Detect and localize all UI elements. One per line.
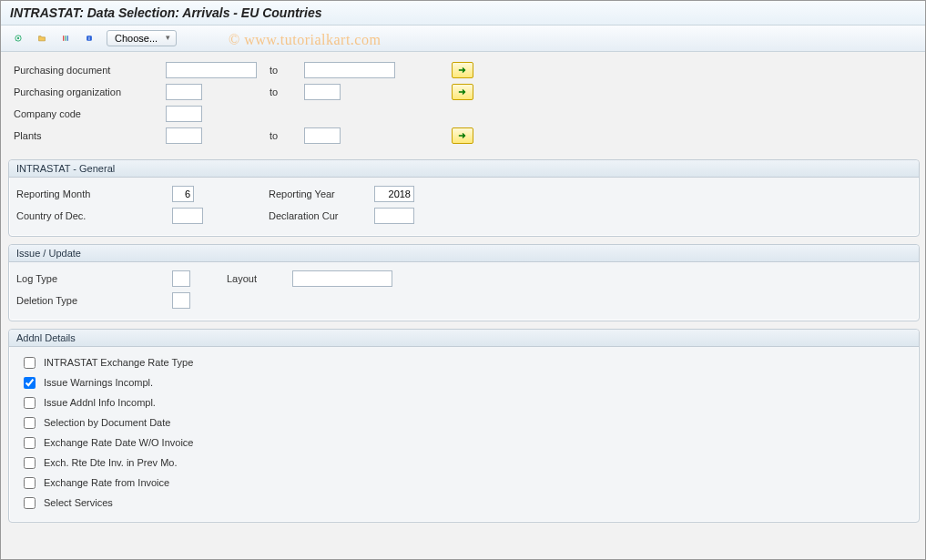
checkbox-label: Exchange Rate Date W/O Invoice: [44, 437, 193, 448]
country-dec-input[interactable]: [172, 208, 203, 224]
row-deletion: Deletion Type: [16, 290, 911, 311]
checkbox-row: Select Services: [16, 493, 911, 513]
get-variant-button[interactable]: [32, 29, 52, 47]
to-label: to: [262, 65, 299, 76]
panel-header-general: INTRASTAT - General: [9, 160, 919, 178]
label-purchasing-org: Purchasing organization: [10, 87, 160, 97]
checkbox-1[interactable]: [24, 377, 36, 389]
checkbox-label: Exchange Rate from Invoice: [44, 477, 169, 488]
label-layout: Layout: [214, 273, 287, 284]
row-purchasing-org: Purchasing organization to: [10, 81, 921, 103]
row-reporting: Reporting Month Reporting Year: [16, 183, 911, 205]
reporting-year-input[interactable]: [374, 186, 414, 202]
checkbox-row: Exch. Rte Dte Inv. in Prev Mo.: [16, 453, 911, 473]
label-country-dec: Country of Dec.: [16, 210, 167, 221]
sap-window: INTRASTAT: Data Selection: Arrivals - EU…: [0, 0, 926, 560]
row-log-layout: Log Type Layout: [16, 268, 911, 290]
reporting-month-input[interactable]: [172, 186, 194, 202]
label-decl-cur: Declaration Cur: [269, 210, 369, 221]
row-country-decl: Country of Dec. Declaration Cur: [16, 205, 911, 227]
content-area: Purchasing document to Purchasing organi…: [1, 52, 925, 530]
page-title: INTRASTAT: Data Selection: Arrivals - EU…: [10, 5, 916, 20]
checkbox-label: INTRASTAT Exchange Rate Type: [44, 357, 193, 368]
log-type-input[interactable]: [172, 270, 190, 287]
choose-label: Choose...: [115, 33, 158, 44]
info-button[interactable]: i: [79, 29, 99, 47]
svg-rect-3: [65, 36, 66, 41]
svg-point-1: [17, 37, 19, 39]
sort-button[interactable]: [56, 29, 76, 47]
arrow-right-icon: [458, 131, 467, 140]
sort-icon: [62, 32, 69, 45]
checkbox-3[interactable]: [24, 417, 36, 429]
plants-to-input[interactable]: [304, 127, 341, 144]
row-plants: Plants to: [10, 125, 921, 147]
checkbox-row: Selection by Document Date: [16, 412, 911, 433]
to-label: to: [262, 87, 299, 97]
panel-header-addnl: Addnl Details: [9, 330, 919, 347]
row-purchasing-document: Purchasing document to: [10, 59, 921, 81]
company-code-input[interactable]: [166, 106, 202, 122]
label-log-type: Log Type: [16, 273, 167, 284]
deletion-type-input[interactable]: [172, 292, 190, 309]
row-company-code: Company code: [10, 103, 921, 125]
label-purchasing-document: Purchasing document: [10, 65, 160, 76]
multi-select-button[interactable]: [452, 62, 473, 78]
checkbox-4[interactable]: [24, 437, 36, 449]
info-icon: i: [86, 32, 93, 45]
checkbox-row: Issue Warnings Incompl.: [16, 372, 911, 392]
checkbox-row: Issue Addnl Info Incompl.: [16, 392, 911, 412]
to-label: to: [262, 130, 299, 141]
selection-block: Purchasing document to Purchasing organi…: [6, 59, 925, 152]
execute-button[interactable]: [8, 29, 28, 47]
purchasing-org-to-input[interactable]: [304, 84, 341, 100]
purchasing-document-from-input[interactable]: [166, 62, 257, 78]
multi-select-button[interactable]: [452, 84, 473, 100]
panel-intrastat-general: INTRASTAT - General Reporting Month Repo…: [8, 159, 920, 237]
panel-issue-update: Issue / Update Log Type Layout Deletion …: [8, 244, 920, 321]
multi-select-button[interactable]: [452, 127, 473, 144]
purchasing-document-to-input[interactable]: [304, 62, 395, 78]
checkbox-0[interactable]: [24, 357, 36, 369]
execute-icon: [15, 32, 22, 45]
folder-icon: [38, 32, 46, 45]
checkbox-6[interactable]: [24, 477, 36, 489]
checkbox-label: Selection by Document Date: [44, 417, 170, 428]
checkbox-5[interactable]: [24, 457, 36, 469]
svg-rect-4: [67, 36, 68, 41]
label-company-code: Company code: [10, 108, 160, 119]
choose-dropdown[interactable]: Choose...: [107, 30, 177, 46]
plants-from-input[interactable]: [166, 127, 202, 144]
arrow-right-icon: [458, 66, 467, 75]
arrow-right-icon: [458, 87, 467, 97]
checkbox-2[interactable]: [24, 397, 36, 409]
checkbox-row: Exchange Rate Date W/O Invoice: [16, 433, 911, 453]
decl-cur-input[interactable]: [374, 208, 414, 224]
checkbox-label: Exch. Rte Dte Inv. in Prev Mo.: [44, 457, 178, 468]
purchasing-org-from-input[interactable]: [166, 84, 202, 100]
checkbox-label: Issue Addnl Info Incompl.: [44, 397, 156, 408]
application-toolbar: i Choose...: [1, 25, 925, 52]
checkbox-label: Select Services: [44, 497, 113, 508]
panel-addnl-details: Addnl Details INTRASTAT Exchange Rate Ty…: [8, 329, 920, 523]
checkbox-label: Issue Warnings Incompl.: [44, 377, 153, 388]
label-reporting-year: Reporting Year: [269, 188, 369, 199]
title-bar: INTRASTAT: Data Selection: Arrivals - EU…: [1, 1, 925, 25]
label-reporting-month: Reporting Month: [16, 188, 167, 199]
panel-header-issue: Issue / Update: [9, 245, 919, 262]
label-deletion-type: Deletion Type: [16, 295, 167, 306]
checkbox-row: Exchange Rate from Invoice: [16, 473, 911, 493]
label-plants: Plants: [10, 130, 160, 141]
checkbox-7[interactable]: [24, 497, 36, 509]
layout-input[interactable]: [292, 270, 392, 287]
svg-rect-2: [63, 36, 64, 41]
checkbox-row: INTRASTAT Exchange Rate Type: [16, 352, 911, 372]
